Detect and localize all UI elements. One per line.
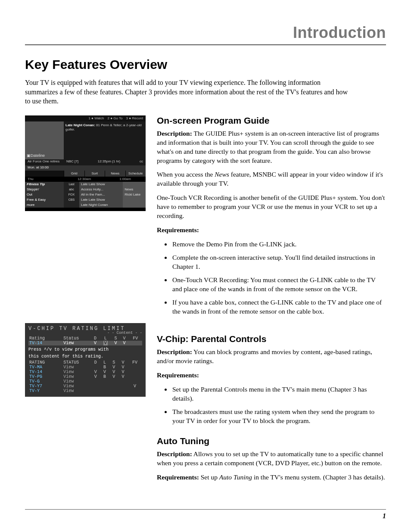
vchip-row: TV-YView — [28, 389, 142, 393]
header-rule — [25, 44, 386, 45]
guide-channel: NBC [7] — [66, 159, 78, 165]
guide-time: 12:35pm (1 hr) — [98, 159, 120, 165]
guide-top-goto: 2 ● Go To — [108, 116, 123, 120]
list-item: Remove the Demo Pin from the G-LINK jack… — [171, 240, 386, 249]
section-1-title: On-screen Program Guide — [157, 115, 386, 126]
section-header: Introduction — [25, 24, 386, 42]
vchip-row: TV-14ViewVVVV — [28, 370, 142, 374]
guide-tab-sort: Sort — [84, 171, 105, 177]
guide-panel-title: Fitness Tip — [25, 182, 64, 187]
page-title: Key Features Overview — [25, 57, 386, 72]
guide-timeslot-1: 12:30am — [64, 177, 105, 182]
guide-tab-news: News — [105, 171, 125, 177]
guide-top-watch: 1 ● Watch — [88, 116, 104, 120]
section-1-p3: One-Touch VCR Recording is another benef… — [157, 193, 386, 221]
section-1-desc: Description: The GUIDE Plus+ system is a… — [157, 129, 386, 165]
vchip-screenshot: V-CHIP TV RATING LIMIT - - Content - - R… — [25, 323, 146, 397]
section-3-title: Auto Tuning — [157, 436, 386, 446]
vchip-msg-2: this content for this rating. — [28, 354, 142, 359]
guide-tab-grid: Grid — [64, 171, 84, 177]
guide-row-ch: Last Channel — [64, 182, 79, 187]
list-item: Set up the Parental Controls menu in the… — [171, 385, 386, 403]
vchip-row: TV-GView — [28, 379, 142, 384]
vchip-row: TV-MAViewBVV — [28, 365, 142, 370]
section-3-desc: Description: Allows you to set up the TV… — [157, 450, 386, 468]
list-item: One-Touch VCR Recording: You must connec… — [171, 276, 386, 294]
guide-top-record: 3 ● Record — [126, 116, 143, 120]
guide-day: Thu — [25, 177, 64, 182]
guide-tab-schedule: Schedule — [125, 171, 146, 177]
section-3-req: Requirements: Set up Auto Tuning in the … — [157, 473, 386, 482]
guide-row-prog: Late Late Show — [79, 182, 123, 187]
guide-airdate: Mon. at 10:00 — [25, 165, 64, 171]
section-2-title: V-Chip: Parental Controls — [157, 334, 386, 344]
page-number: 1 — [383, 512, 386, 520]
section-2-req-label: Requirements: — [157, 371, 386, 380]
guide-program-desc: Late Night Conan: 81 Penn & Teller; a 2-… — [64, 121, 146, 159]
section-2-desc: Description: You can block programs and … — [157, 348, 386, 366]
list-item: Complete the on-screen interactive setup… — [171, 253, 386, 271]
section-2-req-list: Set up the Parental Controls menu in the… — [157, 385, 386, 426]
guide-video-preview: ▣ Dateline — [25, 121, 64, 159]
guide-timeslot-2: 1:00am — [105, 177, 146, 182]
footer-rule — [25, 509, 386, 510]
section-1-req-list: Remove the Demo Pin from the G-LINK jack… — [157, 240, 386, 316]
list-item: The broadcasters must use the rating sys… — [171, 408, 386, 426]
intro-paragraph: Your TV is equipped with features that w… — [25, 78, 352, 106]
section-1-req-label: Requirements: — [157, 226, 386, 235]
vchip-row: TV-Y7ViewV — [28, 384, 142, 389]
vchip-row: TV-PGViewVBVV — [28, 374, 142, 379]
list-item: If you have a cable box, connect the G-L… — [171, 298, 386, 316]
section-1-p2: When you access the News feature, MSNBC … — [157, 170, 386, 188]
vchip-highlight-row: TV-14 View V V V V — [28, 341, 142, 345]
vchip-msg-1: Press ^/v to view programs with — [28, 347, 142, 352]
guide-cc: cc — [140, 159, 143, 165]
guide-ep-title: Air Force One retires — [25, 159, 64, 165]
guide-panel-line: Steppin' — [25, 187, 64, 192]
guide-screenshot: 1 ● Watch 2 ● Go To 3 ● Record ▣ Datelin… — [25, 115, 146, 211]
